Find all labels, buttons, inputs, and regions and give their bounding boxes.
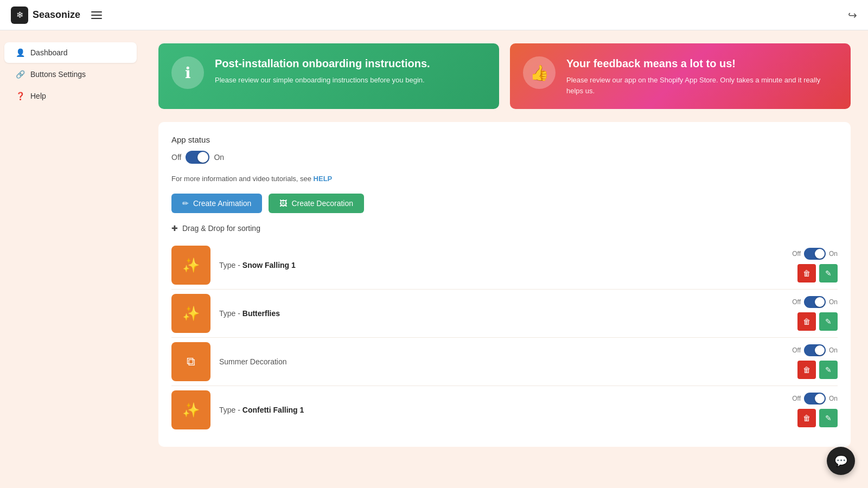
item-name-bold-confetti: Confetti Falling 1 — [242, 406, 304, 414]
delete-button-snow[interactable]: 🗑 — [797, 264, 816, 282]
item-controls-summer: Off On 🗑 ✎ — [792, 344, 838, 379]
list-item: ✨ Type - Confetti Falling 1 Off On — [171, 386, 838, 434]
logout-button[interactable]: ↪ — [848, 9, 857, 22]
item-name-bold-snow: Snow Falling 1 — [242, 261, 296, 269]
chat-icon: 💬 — [834, 454, 848, 467]
item-info-snow: Type - Snow Falling 1 — [219, 261, 792, 269]
feedback-banner-icon: 👍 — [523, 56, 556, 89]
delete-button-confetti[interactable]: 🗑 — [797, 409, 816, 427]
item-buttons-summer: 🗑 ✎ — [797, 361, 838, 379]
sidebar-item-dashboard[interactable]: 👤 Dashboard — [4, 42, 137, 63]
banner-row: ℹ Post-installation onboarding instructi… — [158, 43, 851, 109]
item-icon-box-snow: ✨ — [171, 246, 210, 285]
chat-bubble[interactable]: 💬 — [827, 447, 855, 475]
item-name-prefix-confetti: Type - — [219, 406, 242, 414]
item-controls-confetti: Off On 🗑 ✎ — [792, 393, 838, 427]
help-text-prefix: For more information and video tutorials… — [171, 175, 311, 183]
item-toggle-row-summer: Off On — [792, 344, 838, 356]
delete-button-butterflies[interactable]: 🗑 — [797, 312, 816, 331]
main-content: ℹ Post-installation onboarding instructi… — [141, 30, 868, 488]
item-on-label-confetti: On — [829, 395, 838, 402]
app-status-section: App status Off On For more information a… — [158, 122, 851, 447]
drag-drop-label: ✚ Drag & Drop for sorting — [171, 224, 838, 233]
help-icon: ❓ — [15, 91, 25, 101]
feedback-banner-description: Please review our app on the Shopify App… — [566, 75, 838, 96]
app-status-label: App status — [171, 135, 838, 144]
item-on-label-butterflies: On — [829, 298, 838, 306]
hamburger-line-1 — [91, 11, 102, 12]
item-off-label-summer: Off — [792, 346, 801, 354]
onboarding-banner-text: Post-installation onboarding instruction… — [215, 56, 430, 86]
drag-drop-icon: ✚ — [171, 224, 178, 233]
edit-button-butterflies[interactable]: ✎ — [819, 312, 838, 331]
toggle-off-label: Off — [171, 153, 181, 162]
item-name-prefix-butterflies: Type - — [219, 309, 242, 318]
hamburger-menu[interactable] — [89, 9, 104, 21]
item-icon-box-summer: ⧉ — [171, 342, 210, 381]
item-controls-butterflies: Off On 🗑 ✎ — [792, 296, 838, 331]
item-on-label-snow: On — [829, 250, 838, 258]
item-icon-box-butterflies: ✨ — [171, 294, 210, 333]
toggle-on-label: On — [214, 153, 224, 162]
item-on-label-summer: On — [829, 346, 838, 354]
wand-icon-butterflies: ✨ — [182, 305, 200, 322]
animation-icon: ✏ — [182, 199, 189, 208]
item-buttons-confetti: 🗑 ✎ — [797, 409, 838, 427]
wand-icon-snow: ✨ — [182, 257, 200, 274]
create-animation-button[interactable]: ✏ Create Animation — [171, 194, 262, 213]
item-buttons-butterflies: 🗑 ✎ — [797, 312, 838, 331]
item-toggle-snow[interactable] — [804, 248, 826, 260]
item-list: ✨ Type - Snow Falling 1 Off On — [171, 241, 838, 434]
logo-symbol: ❄ — [16, 10, 23, 20]
list-item: ✨ Type - Butterflies Off On — [171, 290, 838, 338]
nav-left: ❄ Seasonize — [11, 7, 104, 24]
logout-icon: ↪ — [848, 9, 857, 21]
logo-icon: ❄ — [11, 7, 28, 24]
item-name-prefix-snow: Type - — [219, 261, 242, 269]
create-animation-label: Create Animation — [193, 199, 251, 208]
item-toggle-thumb-summer — [815, 345, 825, 355]
list-item: ✨ Type - Snow Falling 1 Off On — [171, 241, 838, 290]
decoration-icon: 🖼 — [279, 199, 287, 208]
item-toggle-row-butterflies: Off On — [792, 296, 838, 308]
sidebar-item-buttons-settings-label: Buttons Settings — [30, 70, 86, 79]
onboarding-banner-title: Post-installation onboarding instruction… — [215, 56, 430, 70]
item-icon-box-confetti: ✨ — [171, 390, 210, 429]
item-name-summer: Summer Decoration — [219, 357, 287, 366]
item-info-butterflies: Type - Butterflies — [219, 309, 792, 318]
edit-button-confetti[interactable]: ✎ — [819, 409, 838, 427]
item-toggle-thumb-butterflies — [815, 297, 825, 307]
item-name-bold-butterflies: Butterflies — [242, 309, 280, 318]
help-link[interactable]: HELP — [314, 175, 333, 183]
thumbsup-icon: 👍 — [530, 64, 549, 82]
sidebar-item-help[interactable]: ❓ Help — [4, 86, 137, 106]
item-off-label-confetti: Off — [792, 395, 801, 402]
app-name: Seasonize — [33, 9, 80, 21]
layout: 👤 Dashboard 🔗 Buttons Settings ❓ Help ℹ … — [0, 30, 868, 488]
wand-icon-confetti: ✨ — [182, 402, 200, 419]
feedback-banner-title: Your feedback means a lot to us! — [566, 56, 838, 70]
buttons-settings-icon: 🔗 — [15, 69, 25, 79]
drag-drop-text: Drag & Drop for sorting — [182, 224, 260, 233]
app-status-toggle[interactable] — [186, 151, 209, 164]
edit-button-snow[interactable]: ✎ — [819, 264, 838, 282]
item-toggle-thumb-confetti — [815, 394, 825, 403]
item-toggle-butterflies[interactable] — [804, 296, 826, 308]
logo-area: ❄ Seasonize — [11, 7, 80, 24]
sidebar-item-buttons-settings[interactable]: 🔗 Buttons Settings — [4, 64, 137, 85]
feedback-banner[interactable]: 👍 Your feedback means a lot to us! Pleas… — [510, 43, 851, 109]
onboarding-banner-description: Please review our simple onboarding inst… — [215, 75, 430, 86]
sidebar-item-help-label: Help — [30, 92, 46, 100]
top-nav: ❄ Seasonize ↪ — [0, 0, 868, 30]
dashboard-icon: 👤 — [15, 48, 25, 57]
item-toggle-confetti[interactable] — [804, 393, 826, 404]
item-toggle-summer[interactable] — [804, 344, 826, 356]
feedback-banner-text: Your feedback means a lot to us! Please … — [566, 56, 838, 96]
delete-button-summer[interactable]: 🗑 — [797, 361, 816, 379]
sidebar-item-dashboard-label: Dashboard — [30, 48, 68, 57]
onboarding-banner[interactable]: ℹ Post-installation onboarding instructi… — [158, 43, 499, 109]
edit-button-summer[interactable]: ✎ — [819, 361, 838, 379]
item-toggle-row-snow: Off On — [792, 248, 838, 260]
create-decoration-button[interactable]: 🖼 Create Decoration — [269, 194, 364, 213]
help-text: For more information and video tutorials… — [171, 175, 838, 183]
